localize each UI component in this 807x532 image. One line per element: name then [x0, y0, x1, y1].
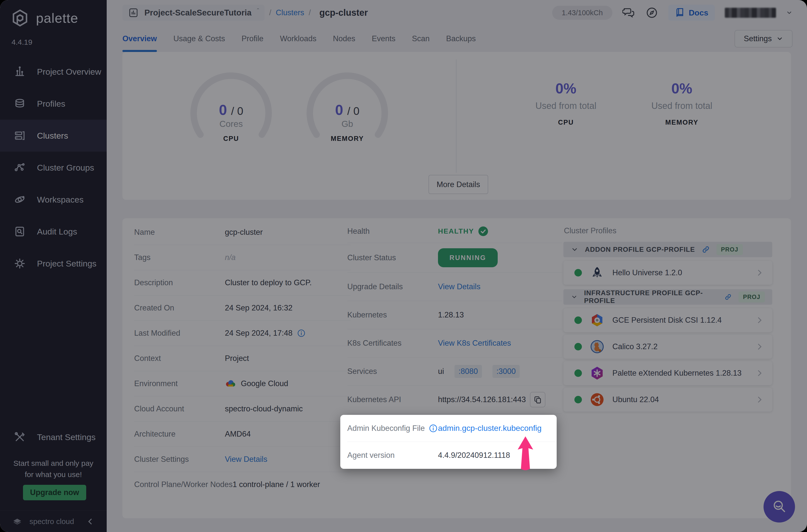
- admin-kubeconfig-download-link[interactable]: admin.gcp-cluster.kubeconfig: [438, 424, 541, 433]
- app-window: palette 4.4.19 Project Overview Profiles: [0, 0, 807, 532]
- info-icon[interactable]: [429, 424, 438, 433]
- tutorial-arrow-pointer: [517, 436, 534, 471]
